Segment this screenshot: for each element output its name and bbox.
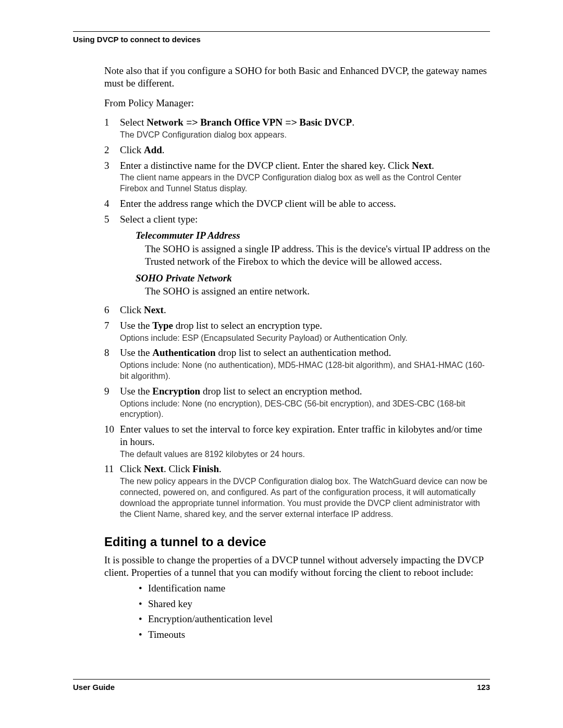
step-text: Enter the address range which the DVCP c… (120, 198, 490, 210)
list-item: Encryption/authentication level (148, 613, 490, 625)
step-number: 4 (104, 198, 120, 210)
step-number: 6 (104, 304, 120, 316)
step-number: 1 (104, 116, 120, 141)
section-heading-editing-tunnel: Editing a tunnel to a device (104, 534, 490, 550)
step-number: 11 (104, 463, 120, 520)
running-header: Using DVCP to connect to devices (73, 35, 490, 44)
client-type-body: The SOHO is assigned a single IP address… (145, 243, 490, 268)
intro-from: From Policy Manager: (104, 97, 490, 109)
step-number: 9 (104, 385, 120, 420)
list-item: Shared key (148, 598, 490, 610)
step-note: Options include: ESP (Encapsulated Secur… (120, 333, 490, 344)
procedure-list: 1 Select Network => Branch Office VPN =>… (104, 116, 490, 520)
client-type-body: The SOHO is assigned an entire network. (145, 285, 490, 298)
step-number: 2 (104, 144, 120, 156)
list-item: Identification name (148, 582, 490, 595)
step-11: 11 Click Next. Click Finish. The new pol… (104, 463, 490, 520)
list-item: Timeouts (148, 628, 490, 641)
step-3: 3 Enter a distinctive name for the DVCP … (104, 159, 490, 194)
step-text: Select Network => Branch Office VPN => B… (120, 116, 490, 141)
footer-page-number: 123 (477, 683, 490, 692)
step-5: 5 Select a client type: Telecommuter IP … (104, 213, 490, 301)
step-1: 1 Select Network => Branch Office VPN =>… (104, 116, 490, 141)
step-note: The new policy appears in the DVCP Confi… (120, 476, 490, 520)
page-content: Using DVCP to connect to devices Note al… (73, 31, 490, 728)
step-note: The DVCP Configuration dialog box appear… (120, 130, 490, 141)
body-column: Note also that if you configure a SOHO f… (104, 65, 490, 641)
step-text: Click Next. (120, 304, 490, 316)
client-type-soho: SOHO Private Network The SOHO is assigne… (136, 272, 490, 298)
step-text: Select a client type: Telecommuter IP Ad… (120, 213, 490, 301)
step-9: 9 Use the Encryption drop list to select… (104, 385, 490, 420)
footer-rule (73, 679, 490, 680)
step-number: 3 (104, 159, 120, 194)
editable-properties-list: Identification name Shared key Encryptio… (127, 582, 490, 641)
step-note: Options include: None (no authentication… (120, 360, 490, 382)
step-text: Use the Type drop list to select an encr… (120, 319, 490, 344)
step-text: Enter a distinctive name for the DVCP cl… (120, 159, 490, 194)
step-6: 6 Click Next. (104, 304, 490, 316)
step-number: 8 (104, 347, 120, 381)
step-text: Use the Authentication drop list to sele… (120, 347, 490, 381)
header-rule (73, 31, 490, 32)
step-text: Enter values to set the interval to forc… (120, 423, 490, 460)
step-8: 8 Use the Authentication drop list to se… (104, 347, 490, 381)
section-intro: It is possible to change the properties … (104, 554, 490, 579)
intro-note: Note also that if you configure a SOHO f… (104, 65, 490, 90)
client-type-title: Telecommuter IP Address (136, 229, 490, 242)
step-text: Click Add. (120, 144, 490, 156)
step-10: 10 Enter values to set the interval to f… (104, 423, 490, 460)
step-text: Use the Encryption drop list to select a… (120, 385, 490, 420)
page-footer: User Guide 123 (73, 679, 490, 692)
step-note: Options include: None (no encryption), D… (120, 399, 490, 421)
footer-left: User Guide (73, 683, 115, 692)
step-number: 10 (104, 423, 120, 460)
step-2: 2 Click Add. (104, 144, 490, 156)
step-7: 7 Use the Type drop list to select an en… (104, 319, 490, 344)
step-note: The default values are 8192 kilobytes or… (120, 449, 490, 460)
step-number: 7 (104, 319, 120, 344)
step-number: 5 (104, 213, 120, 301)
step-4: 4 Enter the address range which the DVCP… (104, 198, 490, 210)
client-type-telecommuter: Telecommuter IP Address The SOHO is assi… (136, 229, 490, 267)
client-type-title: SOHO Private Network (136, 272, 490, 285)
step-note: The client name appears in the DVCP Conf… (120, 172, 490, 194)
step-text: Click Next. Click Finish. The new policy… (120, 463, 490, 520)
